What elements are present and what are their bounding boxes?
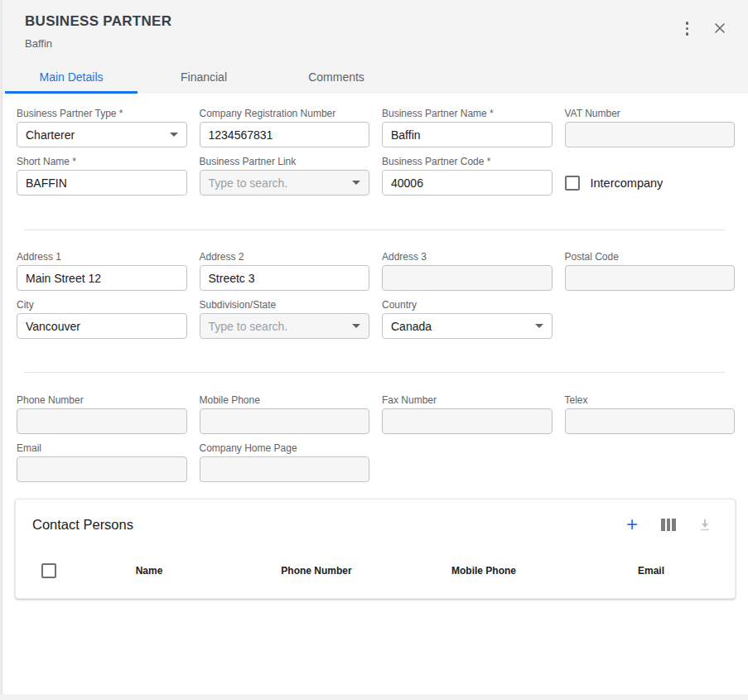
subdivision-state-select[interactable]: Type to search. <box>200 313 370 339</box>
postal-code-label: Postal Code <box>565 252 736 263</box>
column-header-mobile-phone: Mobile Phone <box>400 565 567 577</box>
tab-comments[interactable]: Comments <box>270 62 403 94</box>
business-partner-name-input[interactable] <box>382 122 553 147</box>
more-options-icon[interactable] <box>681 18 694 39</box>
address-2-label: Address 2 <box>200 252 370 263</box>
select-all-checkbox[interactable] <box>41 563 56 578</box>
business-partner-link-select[interactable]: Type to search. <box>200 170 370 196</box>
city-label: City <box>17 300 187 311</box>
business-partner-code-input[interactable] <box>382 170 553 196</box>
fax-number-input[interactable] <box>382 408 553 434</box>
email-label: Email <box>17 443 187 454</box>
business-partner-type-select[interactable]: Charterer <box>17 122 187 147</box>
column-settings-button[interactable] <box>660 516 677 533</box>
mobile-phone-input[interactable] <box>200 408 370 434</box>
business-partner-link-label: Business Partner Link <box>200 157 370 167</box>
add-contact-button[interactable]: + <box>624 516 640 533</box>
mobile-phone-label: Mobile Phone <box>200 395 370 406</box>
page-bottom-strip <box>0 694 748 700</box>
close-icon[interactable] <box>713 22 726 35</box>
tab-bar: Main Details Financial Comments <box>5 62 403 94</box>
page-title: BUSINESS PARTNER <box>25 13 171 30</box>
postal-code-input[interactable] <box>565 265 736 291</box>
address-3-label: Address 3 <box>382 252 553 263</box>
phone-number-label: Phone Number <box>17 395 187 406</box>
subdivision-state-placeholder: Type to search. <box>209 320 288 333</box>
contact-persons-card: Contact Persons + Name Phone Number <box>15 499 736 599</box>
country-value: Canada <box>391 320 432 333</box>
short-name-label: Short Name * <box>17 157 187 167</box>
country-select[interactable]: Canada <box>382 313 553 339</box>
chevron-down-icon <box>535 324 543 328</box>
plus-icon: + <box>626 517 638 532</box>
telex-label: Telex <box>565 395 736 406</box>
intercompany-checkbox[interactable] <box>565 176 580 191</box>
chevron-down-icon <box>352 181 360 185</box>
business-partner-name-label: Business Partner Name * <box>382 109 553 119</box>
address-2-input[interactable] <box>200 265 370 291</box>
city-input[interactable] <box>17 313 187 339</box>
subdivision-state-label: Subdivision/State <box>200 300 370 311</box>
telex-input[interactable] <box>565 408 736 434</box>
contact-persons-table-header: Name Phone Number Mobile Phone Email <box>16 555 735 587</box>
download-icon <box>698 518 712 531</box>
contact-persons-title: Contact Persons <box>32 517 133 533</box>
company-registration-number-label: Company Registration Number <box>200 109 370 119</box>
country-label: Country <box>382 300 553 311</box>
page-edge-strip <box>0 0 2 700</box>
business-partner-link-placeholder: Type to search. <box>209 176 288 190</box>
address-1-label: Address 1 <box>17 252 187 263</box>
phone-number-input[interactable] <box>17 408 187 434</box>
company-home-page-label: Company Home Page <box>200 443 370 454</box>
intercompany-label: Intercompany <box>591 176 664 190</box>
business-partner-type-label: Business Partner Type * <box>17 109 187 119</box>
column-header-name: Name <box>65 565 233 577</box>
fax-number-label: Fax Number <box>382 395 553 406</box>
section-divider <box>24 372 725 373</box>
address-3-input[interactable] <box>382 265 553 291</box>
company-registration-number-input[interactable] <box>200 122 370 147</box>
tab-main-details[interactable]: Main Details <box>5 62 138 94</box>
vat-number-input[interactable] <box>565 122 736 147</box>
vat-number-label: VAT Number <box>565 109 736 119</box>
column-header-phone-number: Phone Number <box>233 565 400 577</box>
business-partner-code-label: Business Partner Code * <box>382 157 553 167</box>
company-home-page-input[interactable] <box>200 456 370 482</box>
column-header-email: Email <box>567 565 735 577</box>
chevron-down-icon <box>352 324 360 328</box>
page-subtitle: Baffin <box>25 37 52 50</box>
short-name-input[interactable] <box>17 170 187 196</box>
tab-financial[interactable]: Financial <box>138 62 270 94</box>
email-input[interactable] <box>17 456 187 482</box>
chevron-down-icon <box>170 133 178 137</box>
export-button[interactable] <box>697 516 713 533</box>
dialog-header: BUSINESS PARTNER Baffin Main Details Fin… <box>3 0 748 94</box>
business-partner-type-value: Charterer <box>26 128 75 142</box>
address-1-input[interactable] <box>17 265 187 291</box>
section-divider <box>24 229 725 230</box>
columns-icon <box>661 519 676 531</box>
main-details-panel: Business Partner Type * Charterer Compan… <box>3 94 748 694</box>
